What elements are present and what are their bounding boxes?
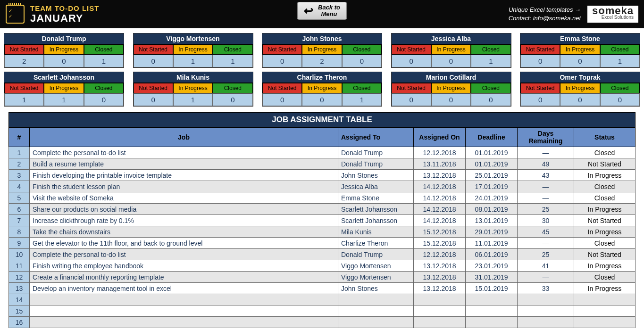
table-row[interactable]: 14 [9, 294, 636, 305]
cell-deadline[interactable] [466, 305, 518, 317]
table-row[interactable]: 11Finish writing the employee handbookVi… [9, 260, 636, 272]
cell-job[interactable]: Finish developing the printable invoice … [30, 170, 338, 181]
team-name: Emma Stone [520, 33, 640, 44]
cell-job[interactable]: Finish the student lesson plan [30, 181, 338, 192]
cell-assigned-on[interactable]: 13.12.2018 [414, 260, 466, 272]
table-row[interactable]: 4Finish the student lesson planJessica A… [9, 181, 636, 192]
cell-assigned-on[interactable]: 14.12.2018 [414, 192, 466, 204]
cell-status[interactable] [574, 294, 636, 305]
cell-assigned-to[interactable]: Scarlett Johansson [338, 204, 414, 215]
cell-assigned-to[interactable]: Mila Kunis [338, 226, 414, 238]
cell-assigned-to[interactable]: John Stones [338, 170, 414, 181]
cell-deadline[interactable]: 06.01.2019 [466, 249, 518, 260]
cell-status[interactable]: In Progress [574, 260, 636, 272]
cell-deadline[interactable]: 23.01.2019 [466, 260, 518, 272]
cell-status[interactable]: Not Started [574, 249, 636, 260]
cell-deadline[interactable]: 25.01.2019 [466, 170, 518, 181]
cell-assigned-on[interactable]: 14.12.2018 [414, 204, 466, 215]
cell-job[interactable]: Visit the website of Someka [30, 192, 338, 204]
cell-deadline[interactable]: 11.01.2019 [466, 238, 518, 249]
cell-deadline[interactable]: 17.01.2019 [466, 181, 518, 192]
cell-assigned-to[interactable]: John Stones [338, 283, 414, 294]
cell-assigned-on[interactable] [414, 305, 466, 317]
brand-logo[interactable]: someka Excel Solutions [587, 6, 638, 23]
cell-status[interactable] [574, 305, 636, 317]
cell-deadline[interactable]: 15.01.2019 [466, 283, 518, 294]
cell-assigned-on[interactable]: 14.12.2018 [414, 215, 466, 226]
cell-deadline[interactable] [466, 317, 518, 328]
cell-deadline[interactable]: 08.01.2019 [466, 204, 518, 215]
cell-job[interactable]: Complete the personal to-do list [30, 147, 338, 158]
cell-assigned-on[interactable]: 13.12.2018 [414, 272, 466, 283]
cell-assigned-on[interactable] [414, 294, 466, 305]
table-row[interactable]: 6Share our products on social mediaScarl… [9, 204, 636, 215]
table-row[interactable]: 9Get the elevator to the 11th floor, and… [9, 238, 636, 249]
cell-deadline[interactable]: 01.01.2019 [466, 147, 518, 158]
cell-assigned-to[interactable]: Viggo Mortensen [338, 272, 414, 283]
table-row[interactable]: 1Complete the personal to-do listDonald … [9, 147, 636, 158]
cell-assigned-on[interactable]: 12.12.2018 [414, 249, 466, 260]
cell-assigned-on[interactable]: 13.11.2018 [414, 158, 466, 170]
cell-status[interactable] [574, 317, 636, 328]
cell-status[interactable]: Closed [574, 238, 636, 249]
table-row[interactable]: 16 [9, 317, 636, 328]
cell-job[interactable]: Increase clickthrough rate by 0.1% [30, 215, 338, 226]
cell-assigned-to[interactable]: Scarlett Johansson [338, 215, 414, 226]
table-row[interactable]: 15 [9, 305, 636, 317]
cell-assigned-to[interactable] [338, 317, 414, 328]
cell-job[interactable] [30, 317, 338, 328]
back-to-menu-button[interactable]: ↩ Back to Menu [297, 2, 347, 20]
cell-job[interactable]: Get the elevator to the 11th floor, and … [30, 238, 338, 249]
cell-job[interactable]: Build a resume template [30, 158, 338, 170]
table-row[interactable]: 3Finish developing the printable invoice… [9, 170, 636, 181]
cell-assigned-to[interactable] [338, 305, 414, 317]
cell-assigned-on[interactable]: 14.12.2018 [414, 181, 466, 192]
cell-deadline[interactable]: 31.01.2019 [466, 272, 518, 283]
cell-assigned-to[interactable]: Viggo Mortensen [338, 260, 414, 272]
cell-job[interactable] [30, 305, 338, 317]
cell-assigned-to[interactable]: Jessica Alba [338, 181, 414, 192]
cell-deadline[interactable]: 29.01.2019 [466, 226, 518, 238]
cell-status[interactable]: Closed [574, 192, 636, 204]
cell-assigned-on[interactable]: 15.12.2018 [414, 226, 466, 238]
cell-assigned-on[interactable]: 15.12.2018 [414, 238, 466, 249]
cell-job[interactable]: Create a financial monthly reporting tem… [30, 272, 338, 283]
cell-assigned-on[interactable]: 13.12.2018 [414, 283, 466, 294]
cell-assigned-on[interactable]: 13.12.2018 [414, 170, 466, 181]
cell-status[interactable]: In Progress [574, 226, 636, 238]
table-row[interactable]: 10Complete the personal to-do listDonald… [9, 249, 636, 260]
cell-assigned-to[interactable]: Donald Trump [338, 158, 414, 170]
table-row[interactable]: 8Take the chairs downstairsMila Kunis15.… [9, 226, 636, 238]
cell-status[interactable]: Not Started [574, 158, 636, 170]
cell-status[interactable]: In Progress [574, 204, 636, 215]
cell-assigned-on[interactable] [414, 317, 466, 328]
cell-status[interactable]: In Progress [574, 283, 636, 294]
table-row[interactable]: 2Build a resume templateDonald Trump13.1… [9, 158, 636, 170]
cell-deadline[interactable]: 13.01.2019 [466, 215, 518, 226]
cell-job[interactable]: Share our products on social media [30, 204, 338, 215]
table-row[interactable]: 13Develop an inventory management tool i… [9, 283, 636, 294]
cell-assigned-to[interactable] [338, 294, 414, 305]
table-row[interactable]: 7Increase clickthrough rate by 0.1%Scarl… [9, 215, 636, 226]
cell-assigned-on[interactable]: 12.12.2018 [414, 147, 466, 158]
cell-status[interactable]: Closed [574, 272, 636, 283]
cell-status[interactable]: Closed [574, 147, 636, 158]
cell-assigned-to[interactable]: Emma Stone [338, 192, 414, 204]
cell-assigned-to[interactable]: Charlize Theron [338, 238, 414, 249]
templates-link[interactable]: Unique Excel templates → [509, 6, 581, 13]
cell-deadline[interactable]: 24.01.2019 [466, 192, 518, 204]
cell-job[interactable]: Develop an inventory management tool in … [30, 283, 338, 294]
cell-deadline[interactable] [466, 294, 518, 305]
cell-status[interactable]: In Progress [574, 170, 636, 181]
cell-status[interactable]: Not Started [574, 215, 636, 226]
cell-job[interactable] [30, 294, 338, 305]
cell-job[interactable]: Finish writing the employee handbook [30, 260, 338, 272]
cell-status[interactable]: Closed [574, 181, 636, 192]
cell-deadline[interactable]: 01.01.2019 [466, 158, 518, 170]
cell-assigned-to[interactable]: Donald Trump [338, 249, 414, 260]
cell-job[interactable]: Take the chairs downstairs [30, 226, 338, 238]
cell-assigned-to[interactable]: Donald Trump [338, 147, 414, 158]
cell-job[interactable]: Complete the personal to-do list [30, 249, 338, 260]
table-row[interactable]: 12Create a financial monthly reporting t… [9, 272, 636, 283]
table-row[interactable]: 5Visit the website of SomekaEmma Stone14… [9, 192, 636, 204]
